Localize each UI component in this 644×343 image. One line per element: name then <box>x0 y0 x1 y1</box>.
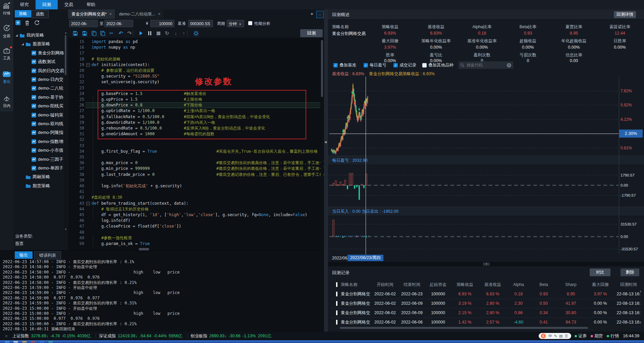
menu-item-3[interactable]: 帮助 <box>80 0 102 9</box>
code-lines[interactable]: 15import pandas as pd16import numpy as n… <box>68 38 324 247</box>
checkbox-icon[interactable]: ✓ <box>364 63 368 67</box>
taskbar-app-icon[interactable] <box>48 341 53 343</box>
taskbar-app-icon[interactable] <box>40 341 44 343</box>
record-row-0[interactable]: 黄金分割网格交2022-06-022022-06-231000006.93 %6… <box>331 289 643 299</box>
step-up-icon[interactable]: ↑ <box>180 30 187 36</box>
save-all-icon[interactable] <box>81 30 88 36</box>
run-backtest-button[interactable]: 回测 <box>300 29 323 37</box>
date-to-field[interactable]: 2022-06-23▦ <box>104 20 133 27</box>
filter-成交记录[interactable]: ✓成交记录 <box>393 62 416 68</box>
ime-tool-icon[interactable]: ☰ <box>565 334 568 338</box>
sidebar-item-0[interactable]: 行情 <box>0 2 13 16</box>
menu-item-1[interactable]: 回测 <box>36 0 58 9</box>
tree-item-期货策略[interactable]: 期货策略 <box>13 182 72 190</box>
editor-vscrollbar[interactable] <box>321 38 323 247</box>
date-from-field[interactable]: 2022-06-02▦ <box>69 20 98 27</box>
add-icon[interactable] <box>15 20 20 26</box>
record-row-2[interactable]: 黄金分割网格交2022-06-022022-06-091000002.15 %2… <box>331 308 643 317</box>
add-tab-button[interactable]: + <box>309 11 315 17</box>
undo-icon[interactable]: ↶ <box>117 30 124 36</box>
row-checkbox[interactable] <box>336 320 337 325</box>
log-tab-输出[interactable]: 输出 <box>15 251 33 259</box>
step-down-icon[interactable]: ↓ <box>172 30 179 36</box>
ime-logo-icon[interactable]: S <box>541 334 546 338</box>
windows-taskbar[interactable] <box>0 340 644 343</box>
panel-tab-函数[interactable]: 函数 <box>32 10 49 18</box>
records-scroll-up-icon[interactable]: ▲ <box>639 290 642 293</box>
ime-tool-icon[interactable]: ✎ <box>554 334 557 338</box>
editor-tab-1[interactable]: demo-二八轮动策...× <box>116 9 164 19</box>
redo-icon[interactable]: ↷ <box>126 30 133 36</box>
sidebar-item-2[interactable]: 工具 <box>0 47 13 61</box>
records-hscrollbar[interactable] <box>331 326 629 330</box>
menu-item-0[interactable]: 研究 <box>13 0 36 9</box>
taskbar-app-icon[interactable] <box>22 341 27 343</box>
sidebar-item-3[interactable]: 量化 <box>0 70 13 84</box>
search-box[interactable]: ✕ <box>459 61 513 69</box>
daily-pnl-chart[interactable] <box>329 164 619 206</box>
menu-item-2[interactable]: 交易 <box>58 0 80 9</box>
save-icon[interactable] <box>72 30 78 36</box>
checkbox-icon[interactable]: ✓ <box>333 63 338 67</box>
pin-icon[interactable]: ✈ <box>4 333 9 339</box>
connection-期货[interactable]: 期货 <box>591 333 603 339</box>
sidebar-item-4[interactable]: 日内 <box>0 95 13 108</box>
stop-icon[interactable] <box>155 30 162 36</box>
records-scroll-down-icon[interactable]: ▼ <box>639 322 642 324</box>
row-checkbox[interactable] <box>336 310 337 315</box>
tree-item-两融策略[interactable]: 两融策略 <box>13 173 72 181</box>
equity-chart[interactable] <box>329 77 619 156</box>
checkbox-icon[interactable] <box>422 63 427 67</box>
ime-toolbar[interactable]: S中✎▤☰ <box>539 333 572 339</box>
record-row-1[interactable]: 黄金分割网格交2022-06-022022-06-091000003.19 %2… <box>331 299 643 308</box>
close-tab-icon[interactable]: × <box>158 12 160 16</box>
filter-叠加基准[interactable]: ✓叠加基准 <box>333 62 356 68</box>
refresh-icon[interactable] <box>34 20 40 27</box>
tree-item-股票策略[interactable]: ◢股票策略 <box>13 40 72 48</box>
filter-每日盈亏[interactable]: ✓每日盈亏 <box>364 62 386 68</box>
performance-checkbox[interactable] <box>248 21 252 25</box>
tree-scroll-down-icon[interactable]: ▼ <box>64 228 67 231</box>
splitter-collapse-icon[interactable]: ◀ <box>324 140 327 144</box>
backtest-detail-button[interactable]: 回测详情 <box>614 11 636 18</box>
taskbar-app-icon[interactable] <box>31 341 36 343</box>
trash-icon[interactable] <box>25 20 30 27</box>
collapse-records-icon[interactable]: ▼ <box>483 262 490 266</box>
row-checkbox[interactable] <box>336 292 337 296</box>
compare-button[interactable]: 对比 <box>590 268 610 276</box>
editor-tab-0[interactable]: 黄金分割网格交易*× <box>68 9 115 19</box>
cut-icon[interactable]: ✂ <box>108 30 115 36</box>
benchmark-field[interactable]: 000300.SS <box>188 20 213 27</box>
ime-tool-icon[interactable]: 中 <box>548 334 552 339</box>
taskbar-app-icon[interactable] <box>5 341 9 343</box>
delete-button[interactable]: 删除 <box>621 268 639 276</box>
panel-splitter[interactable]: ◀ <box>324 9 328 332</box>
run-icon[interactable] <box>138 30 144 36</box>
panel-tab-策略[interactable]: 策略 <box>15 10 31 17</box>
taskbar-app-icon[interactable] <box>13 341 18 343</box>
ime-tool-icon[interactable]: ▤ <box>559 334 562 338</box>
tree-item-我的策略[interactable]: ◢我的策略 <box>13 31 66 40</box>
connection-行情[interactable]: 行情 <box>607 333 619 339</box>
daily-trade-chart[interactable] <box>329 215 619 254</box>
search-input[interactable] <box>466 62 507 68</box>
select-all-checkbox[interactable] <box>336 282 337 287</box>
filter-叠加其他品种[interactable]: 叠加其他品种 <box>422 62 453 68</box>
period-select[interactable]: 分钟▼ <box>227 20 244 27</box>
restart-icon[interactable]: ↻ <box>164 30 170 36</box>
close-tab-icon[interactable]: × <box>109 12 112 16</box>
clear-search-icon[interactable]: ✕ <box>507 63 511 67</box>
copy-icon[interactable] <box>91 30 97 36</box>
connection-证券[interactable]: 证券 <box>575 333 587 339</box>
capital-field[interactable]: 100000 <box>150 20 174 27</box>
checkbox-icon[interactable]: ✓ <box>393 63 398 67</box>
sidebar-item-1[interactable]: ¥交易 <box>0 24 13 39</box>
settings-icon[interactable] <box>193 30 199 36</box>
tree-scrollbar[interactable] <box>64 31 67 231</box>
row-checkbox[interactable] <box>336 301 337 306</box>
record-row-3[interactable]: 黄金分割网格交2022-06-022022-06-061000001.42 %2… <box>331 317 643 327</box>
tree-scroll-up-icon[interactable]: ▲ <box>64 32 67 34</box>
pause-icon[interactable] <box>146 30 153 36</box>
log-tab-错误列表[interactable]: 错误列表 <box>34 251 61 259</box>
paste-icon[interactable] <box>99 30 106 36</box>
